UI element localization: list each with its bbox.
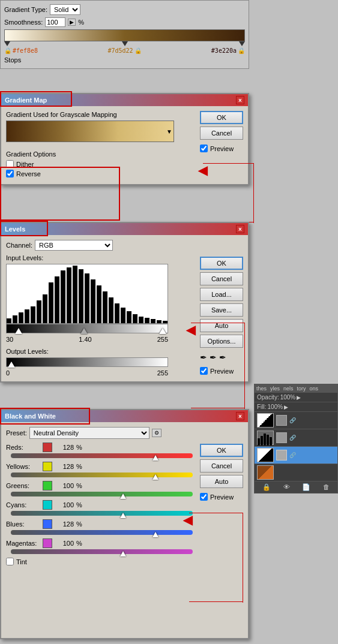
bw-buttons: OK Cancel Auto Preview [200, 444, 243, 501]
bw-auto[interactable]: Auto [200, 475, 243, 488]
levels-title-bar[interactable]: Levels × [1, 223, 248, 235]
channel-select[interactable]: RGB [35, 240, 113, 251]
magentas-slider[interactable] [11, 549, 193, 554]
eyedropper-white[interactable]: ✒ [219, 353, 226, 362]
levels-cancel[interactable]: Cancel [200, 272, 243, 285]
blues-slider[interactable] [11, 530, 193, 535]
layer-thumb-4 [257, 465, 274, 480]
dither-checkbox[interactable] [6, 160, 14, 168]
cyans-pct: % [76, 501, 82, 508]
layer-thumb-2 [257, 431, 274, 445]
preview-label: Preview [210, 145, 234, 152]
greens-value: 100 [56, 482, 74, 489]
greens-slider[interactable] [11, 492, 193, 496]
preset-label: Preset: [6, 429, 27, 437]
tab-thes[interactable]: thes [255, 384, 268, 393]
fill-label: Fill: [257, 404, 267, 410]
bw-preview-checkbox[interactable] [200, 493, 208, 501]
lock-icon[interactable]: 🔒 [262, 483, 271, 491]
preset-settings-btn[interactable]: ⚙ [152, 429, 161, 437]
cyans-value: 100 [56, 501, 74, 508]
cyans-slider[interactable] [11, 511, 193, 516]
output-values-row: 0 255 [6, 369, 168, 377]
gradient-map-cancel[interactable]: Cancel [200, 127, 243, 140]
svg-rect-25 [157, 320, 161, 323]
reds-value: 128 [56, 444, 74, 451]
input-min-handle[interactable] [15, 328, 22, 334]
svg-rect-20 [127, 311, 131, 323]
gradient-preview-bar[interactable] [4, 29, 245, 41]
reverse-checkbox[interactable] [6, 170, 14, 177]
tab-tory[interactable]: tory [295, 384, 308, 393]
svg-rect-31 [270, 437, 272, 446]
bw-close[interactable]: × [236, 412, 244, 420]
fill-value: 100% [268, 404, 283, 410]
levels-options[interactable]: Options... [200, 335, 243, 348]
svg-rect-16 [103, 291, 107, 323]
trash-icon[interactable]: 🗑 [323, 483, 330, 491]
input-mid-handle[interactable] [80, 328, 88, 334]
input-max-val: 255 [157, 336, 168, 343]
svg-rect-13 [85, 273, 89, 323]
output-levels-slider[interactable] [6, 357, 168, 367]
tint-checkbox[interactable] [6, 558, 14, 565]
smoothness-input[interactable] [45, 17, 65, 27]
blues-pct: % [76, 520, 82, 528]
stop-arrow-left [4, 41, 10, 46]
svg-rect-21 [133, 314, 137, 323]
svg-rect-15 [97, 285, 101, 323]
eyedropper-black[interactable]: ✒ [200, 353, 207, 362]
reds-slider[interactable] [11, 453, 193, 458]
new-layer-icon[interactable]: 📄 [302, 483, 310, 491]
gradient-map-title-bar[interactable]: Gradient Map × [1, 94, 248, 106]
levels-preview-label: Preview [210, 368, 234, 375]
gradient-type-select[interactable]: Solid [50, 4, 80, 15]
tab-yles[interactable]: yles [268, 384, 282, 393]
gradient-map-close[interactable]: × [236, 96, 244, 104]
eye-icon[interactable]: 👁 [283, 483, 290, 491]
cyans-color-box [43, 500, 52, 510]
bw-ok[interactable]: OK [200, 444, 243, 457]
channel-row: Channel: RGB [6, 240, 243, 251]
opacity-value: 100% [280, 394, 296, 401]
eyedropper-gray[interactable]: ✒ [210, 353, 217, 362]
layer-item-1[interactable]: 🔗 [255, 412, 337, 429]
input-levels-slider[interactable] [6, 324, 168, 333]
levels-close[interactable]: × [236, 225, 244, 233]
levels-preview-row: Preview [200, 367, 243, 375]
gradient-map-preview-checkbox[interactable] [200, 145, 208, 152]
reverse-row: Reverse [6, 170, 243, 177]
bw-cancel[interactable]: Cancel [200, 459, 243, 473]
yellows-color-box [43, 462, 52, 471]
magentas-row: Magentas: 100 % [6, 538, 243, 548]
tab-nels[interactable]: nels [282, 384, 295, 393]
levels-ok[interactable]: OK [200, 257, 243, 270]
preset-select[interactable]: Neutral Density [29, 427, 149, 439]
svg-rect-26 [163, 321, 167, 323]
input-max-handle[interactable] [159, 328, 166, 334]
layer-item-3[interactable]: 🔗 [255, 447, 337, 464]
eyedropper-row: ✒ ✒ ✒ [200, 353, 243, 362]
yellows-slider[interactable] [11, 473, 193, 477]
gradient-used-bar[interactable] [6, 121, 174, 142]
blues-label: Blues: [6, 520, 39, 528]
levels-preview-checkbox[interactable] [200, 367, 208, 375]
output-min-handle[interactable] [8, 362, 15, 368]
opacity-arrow[interactable]: ▶ [297, 395, 301, 401]
layer-thumb-3 [257, 448, 274, 462]
gradient-map-ok[interactable]: OK [200, 111, 243, 124]
fill-arrow[interactable]: ▶ [284, 404, 288, 410]
yellows-pct: % [76, 463, 82, 470]
svg-rect-7 [49, 282, 53, 323]
layer-item-2[interactable]: 🔗 [255, 429, 337, 447]
smoothness-arrow[interactable]: ▶ [68, 19, 76, 26]
svg-rect-8 [55, 276, 59, 323]
levels-load[interactable]: Load... [200, 288, 243, 301]
layer-item-4[interactable] [255, 464, 337, 482]
bw-title-bar[interactable]: Black and White × [1, 410, 248, 422]
levels-auto[interactable]: Auto [200, 319, 243, 332]
tab-ons[interactable]: ons [308, 384, 321, 393]
smoothness-label: Smoothness: [4, 19, 43, 26]
layer-thumb-1 [257, 413, 274, 428]
levels-save[interactable]: Save... [200, 303, 243, 317]
